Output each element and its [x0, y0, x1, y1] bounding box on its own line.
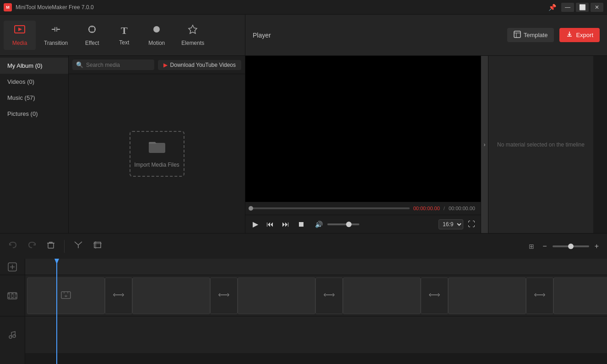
collapse-panel-button[interactable]: › — [481, 56, 488, 233]
player-progress: 00:00:00.00 / 00:00:00.00 — [245, 202, 481, 215]
timeline-transition-0[interactable] — [105, 277, 132, 314]
cut-button[interactable] — [71, 239, 86, 253]
zoom-out-button[interactable]: − — [540, 240, 549, 252]
export-icon — [566, 31, 573, 39]
text-icon: T — [121, 25, 128, 37]
timeline-transition-3[interactable] — [421, 277, 448, 314]
redo-button[interactable] — [25, 239, 39, 253]
timeline-clip-5[interactable] — [553, 277, 607, 314]
transition-icon-4 — [429, 291, 440, 301]
undo-button[interactable] — [5, 239, 20, 253]
no-selection-message: No material selected on the timeline — [497, 141, 585, 148]
toolbar-item-transition[interactable]: Transition — [36, 21, 76, 50]
left-section: My Album (0) Videos (0) Music (57) Pictu… — [0, 56, 245, 233]
media-area: My Album (0) Videos (0) Music (57) Pictu… — [0, 56, 245, 233]
window-buttons: — ⬜ ✕ — [561, 3, 603, 12]
search-input-wrap[interactable]: 🔍 — [72, 60, 154, 70]
timeline-ruler — [25, 259, 607, 275]
zoom-slider[interactable] — [553, 245, 589, 247]
sidebar-item-pictures[interactable]: Pictures (0) — [0, 106, 68, 122]
minimize-button[interactable]: — — [561, 3, 574, 12]
add-track-button[interactable] — [0, 259, 25, 275]
svg-rect-19 — [16, 297, 16, 298]
template-icon — [514, 31, 521, 39]
sidebar-item-album[interactable]: My Album (0) — [0, 58, 68, 74]
folder-icon — [149, 139, 165, 157]
timeline-clip-4[interactable] — [448, 277, 526, 314]
media-content: Import Media Files — [69, 74, 245, 233]
toolbar-item-motion[interactable]: Motion — [140, 21, 173, 50]
media-toolbar: 🔍 ▶ Download YouTube Videos — [69, 56, 245, 74]
main-toolbar: Media Transition Effect T Text — [0, 15, 245, 56]
toolbar-item-media[interactable]: Media — [4, 21, 36, 50]
delete-button[interactable] — [44, 239, 58, 253]
timeline-transition-1[interactable] — [210, 277, 238, 314]
pin-button[interactable]: 📌 — [547, 3, 558, 12]
progress-bar[interactable] — [251, 207, 410, 209]
timeline-clip-0[interactable] — [27, 277, 105, 314]
toolbar-label-elements: Elements — [181, 40, 204, 46]
transition-icon — [50, 24, 61, 37]
toolbar-item-text[interactable]: T Text — [108, 21, 140, 49]
toolbar-label-media: Media — [12, 40, 27, 46]
svg-rect-6 — [48, 243, 54, 248]
time-total: 00:00:00.00 — [449, 206, 475, 211]
volume-button[interactable]: 🔊 — [313, 220, 325, 229]
transition-arrows-icon — [113, 291, 124, 301]
timeline-transition-4[interactable] — [526, 277, 553, 314]
download-youtube-button[interactable]: ▶ Download YouTube Videos — [158, 60, 241, 70]
toolbar-item-elements[interactable]: Elements — [173, 21, 212, 50]
titlebar: M MiniTool MovieMaker Free 7.0.0 📌 — ⬜ ✕ — [0, 0, 607, 15]
time-sep: / — [444, 206, 445, 211]
motion-icon — [151, 24, 162, 37]
play-button[interactable]: ▶ — [251, 219, 260, 229]
import-media-box[interactable]: Import Media Files — [130, 131, 184, 177]
fullscreen-button[interactable]: ⛶ — [468, 220, 475, 228]
template-button[interactable]: Template — [507, 28, 554, 42]
svg-marker-1 — [18, 27, 22, 31]
app-container: M MiniTool MovieMaker Free 7.0.0 📌 — ⬜ ✕… — [0, 0, 607, 364]
music-track — [25, 316, 607, 353]
import-clip-icon — [61, 290, 71, 302]
timeline-clip-2[interactable] — [238, 277, 315, 314]
svg-rect-15 — [12, 293, 13, 294]
player-panel: 00:00:00.00 / 00:00:00.00 ▶ ⏮ ⏭ ⏹ 🔊 16:9… — [245, 56, 481, 233]
svg-rect-14 — [8, 293, 10, 294]
search-icon: 🔍 — [76, 61, 83, 68]
import-label: Import Media Files — [134, 162, 179, 168]
transition-icon-5 — [534, 291, 545, 301]
svg-rect-17 — [8, 297, 10, 298]
search-input[interactable] — [86, 62, 151, 68]
player-title: Player — [253, 32, 271, 39]
close-button[interactable]: ✕ — [591, 3, 603, 12]
aspect-ratio-select[interactable]: 16:9 4:3 9:16 1:1 — [439, 219, 463, 229]
app-icon: M — [4, 3, 12, 11]
music-track-icon — [0, 316, 25, 353]
sidebar-item-music[interactable]: Music (57) — [0, 90, 68, 106]
timeline-clip-3[interactable] — [343, 277, 421, 314]
export-label: Export — [576, 32, 593, 38]
prev-frame-button[interactable]: ⏮ — [265, 219, 276, 229]
timeline-clip-1[interactable] — [132, 277, 210, 314]
volume-slider[interactable] — [327, 223, 359, 225]
template-label: Template — [524, 32, 548, 38]
timeline-track-icons — [0, 259, 25, 364]
export-button[interactable]: Export — [559, 28, 600, 42]
zoom-controls: ⊞ − + — [526, 240, 602, 252]
player-screen[interactable] — [245, 56, 481, 202]
crop-button[interactable] — [90, 239, 105, 253]
restore-button[interactable]: ⬜ — [576, 3, 589, 12]
properties-panel: No material selected on the timeline — [488, 56, 593, 233]
toolbar-item-effect[interactable]: Effect — [76, 21, 108, 50]
player-controls: ▶ ⏮ ⏭ ⏹ 🔊 16:9 4:3 9:16 1:1 ⛶ — [245, 215, 481, 233]
zoom-fit-button[interactable]: ⊞ — [526, 241, 537, 252]
timeline-toolbar: ⊞ − + — [0, 233, 607, 259]
timeline-transition-2[interactable] — [315, 277, 343, 314]
svg-point-3 — [153, 26, 160, 33]
next-frame-button[interactable]: ⏭ — [280, 219, 291, 229]
stop-button[interactable]: ⏹ — [296, 219, 307, 229]
zoom-in-button[interactable]: + — [592, 240, 602, 252]
sidebar-item-videos[interactable]: Videos (0) — [0, 74, 68, 90]
time-current: 00:00:00.00 — [413, 206, 440, 211]
svg-rect-5 — [149, 143, 165, 153]
